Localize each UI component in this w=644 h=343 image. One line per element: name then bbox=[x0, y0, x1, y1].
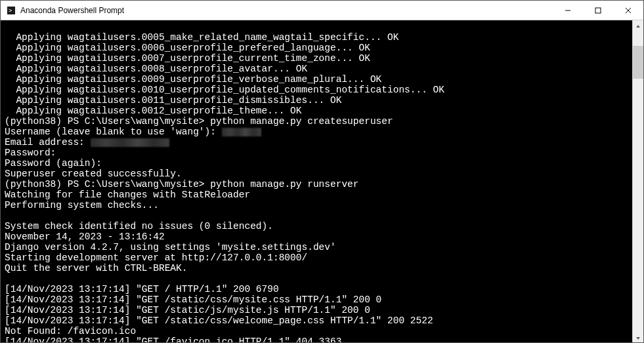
window-title: Anaconda Powershell Prompt bbox=[20, 6, 553, 15]
terminal-output[interactable]: Applying wagtailusers.0005_make_related_… bbox=[1, 20, 632, 343]
scroll-thumb[interactable] bbox=[633, 46, 643, 79]
prompt-path: PS C:\Users\wang\mysite> bbox=[68, 116, 205, 127]
server-line: Performing system checks... bbox=[5, 200, 159, 211]
request-log-line: Not Found: /favicon.ico bbox=[5, 326, 136, 336]
prompt-env: (python38) bbox=[5, 116, 62, 127]
request-log-line: [14/Nov/2023 13:17:14] "GET / HTTP/1.1" … bbox=[5, 284, 279, 294]
username-prompt-line: Username (leave blank to use 'wang'): bbox=[5, 127, 261, 137]
server-timestamp: November 14, 2023 - 13:16:42 bbox=[5, 232, 165, 242]
scroll-track[interactable] bbox=[633, 31, 643, 333]
password-again-prompt-line: Password (again): bbox=[5, 158, 102, 169]
svg-marker-6 bbox=[636, 25, 640, 28]
window-controls bbox=[553, 1, 643, 20]
maximize-button[interactable] bbox=[583, 1, 613, 20]
migration-line: Applying wagtailusers.0009_userprofile_v… bbox=[5, 74, 381, 85]
request-log-line: [14/Nov/2023 13:17:14] "GET /static/css/… bbox=[5, 294, 381, 305]
scroll-up-button[interactable] bbox=[633, 20, 643, 31]
close-button[interactable] bbox=[613, 1, 643, 20]
prompt-line: (python38) PS C:\Users\wang\mysite> pyth… bbox=[5, 179, 359, 190]
migration-line: Applying wagtailusers.0005_make_related_… bbox=[5, 32, 398, 43]
password-prompt-line: Password: bbox=[5, 148, 56, 158]
svg-marker-7 bbox=[636, 337, 640, 340]
server-line: Quit the server with CTRL-BREAK. bbox=[5, 263, 187, 273]
request-log-line: [14/Nov/2023 13:17:14] "GET /static/css/… bbox=[5, 315, 433, 326]
request-log-line: [14/Nov/2023 13:17:14] "GET /static/js/m… bbox=[5, 305, 370, 315]
vertical-scrollbar[interactable] bbox=[632, 20, 643, 343]
server-line: System check identified no issues (0 sil… bbox=[5, 221, 273, 232]
migration-line: Applying wagtailusers.0012_userprofile_t… bbox=[5, 106, 301, 116]
svg-rect-3 bbox=[595, 8, 601, 13]
app-icon: > bbox=[6, 5, 16, 16]
redacted-username bbox=[222, 128, 261, 136]
email-prompt-line: Email address: bbox=[5, 137, 169, 148]
server-line: Watching for file changes with StatReloa… bbox=[5, 190, 250, 200]
svg-text:>: > bbox=[9, 7, 12, 14]
superuser-success-line: Superuser created successfully. bbox=[5, 169, 182, 179]
migration-line: Applying wagtailusers.0011_userprofile_d… bbox=[5, 95, 341, 106]
command-runserver: python manage.py runserver bbox=[210, 179, 358, 190]
command-createsuperuser: python manage.py createsuperuser bbox=[210, 116, 393, 127]
migration-line: Applying wagtailusers.0008_userprofile_a… bbox=[5, 64, 307, 74]
server-line: Starting development server at http://12… bbox=[5, 252, 307, 263]
request-log-line: [14/Nov/2023 13:17:14] "GET /favicon.ico… bbox=[5, 336, 341, 343]
prompt-env: (python38) bbox=[5, 179, 62, 190]
minimize-button[interactable] bbox=[553, 1, 583, 20]
prompt-path: PS C:\Users\wang\mysite> bbox=[68, 179, 205, 190]
prompt-line: (python38) PS C:\Users\wang\mysite> pyth… bbox=[5, 116, 393, 127]
scroll-down-button[interactable] bbox=[633, 333, 643, 343]
migration-line: Applying wagtailusers.0006_userprofile_p… bbox=[5, 43, 370, 53]
redacted-email bbox=[91, 138, 169, 147]
migration-line: Applying wagtailusers.0010_userprofile_u… bbox=[5, 85, 444, 95]
titlebar[interactable]: > Anaconda Powershell Prompt bbox=[1, 1, 643, 20]
server-line: Django version 4.2.7, using settings 'my… bbox=[5, 242, 336, 252]
migration-line: Applying wagtailusers.0007_userprofile_c… bbox=[5, 53, 370, 64]
